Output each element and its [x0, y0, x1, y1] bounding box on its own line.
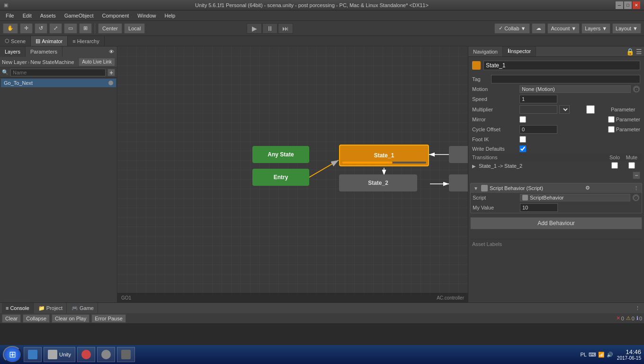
mirror-checkbox[interactable] — [519, 116, 526, 123]
menu-edit[interactable]: Edit — [19, 12, 36, 19]
start-button[interactable]: ⊞ — [3, 346, 22, 363]
console-overflow-btn[interactable]: ⋮ — [633, 305, 642, 311]
remove-transition-button[interactable]: − — [633, 172, 640, 179]
tab-inspector[interactable]: ℹ Inspector — [503, 46, 536, 56]
add-behaviour-button[interactable]: Add Behaviour — [470, 217, 642, 229]
taskbar-item-explorer[interactable] — [24, 347, 42, 362]
tab-project[interactable]: 📁 Project — [35, 303, 67, 313]
animator-panel: Layers Parameters 👁 New Layer › New Stat… — [0, 46, 117, 302]
script-behavior-header: ▼ Script Behavior (Script) ⚙ ⋮ — [471, 183, 642, 193]
my-value-input[interactable] — [520, 203, 558, 212]
play-button[interactable]: ▶ — [247, 23, 262, 34]
clear-button[interactable]: Clear — [2, 314, 21, 323]
cycle-parameter-checkbox[interactable] — [608, 126, 615, 133]
speed-parameter-checkbox-group: Parameter — [572, 105, 635, 114]
animator-search-input[interactable] — [10, 69, 106, 76]
animator-layers-tab[interactable]: Layers — [0, 46, 26, 57]
local-label: Local — [128, 26, 141, 31]
game-tab-label: Game — [80, 305, 94, 311]
maximize-button[interactable]: □ — [624, 1, 632, 9]
transition-mute — [623, 162, 640, 170]
settings-icon[interactable]: ⚙ — [585, 185, 592, 191]
error-icon: ✕ — [616, 315, 620, 321]
error-pause-button[interactable]: Error Pause — [91, 314, 126, 323]
transition-mute-checkbox[interactable] — [628, 162, 635, 169]
step-button[interactable]: ⏭ — [278, 23, 293, 34]
tab-animator[interactable]: ▤ Animator — [31, 36, 68, 46]
taskbar-item-other[interactable] — [117, 347, 135, 362]
inspector-state-header — [470, 59, 642, 72]
taskbar-item-unity[interactable]: Unity — [44, 347, 75, 362]
hand-tool-button[interactable]: ✋ — [3, 23, 18, 34]
cycle-offset-input[interactable] — [519, 125, 557, 134]
cloud-button[interactable]: ☁ — [532, 23, 546, 34]
layout-button[interactable]: Layout ▼ — [612, 23, 641, 34]
overflow-icon[interactable]: ⋮ — [634, 185, 639, 191]
state-node-state2[interactable]: State_2 — [339, 174, 417, 191]
rotate-tool-button[interactable]: ↺ — [35, 23, 47, 34]
tab-game[interactable]: 🎮 Game — [68, 303, 98, 313]
hierarchy-icon: ≡ — [72, 38, 75, 44]
state-machine-canvas[interactable]: Any State Entry State_1 State_2 State_3 — [117, 46, 468, 302]
animator-parameters-tab[interactable]: Parameters — [26, 46, 63, 57]
layers-button[interactable]: Layers ▼ — [581, 23, 610, 34]
menu-assets[interactable]: Assets — [36, 12, 60, 19]
scene-tab-label: Scene — [11, 38, 26, 44]
taskbar-system-tray: PL ⌨ 📶 🔊 14:46 2017-06-15 — [580, 348, 641, 361]
transition-solo-checkbox[interactable] — [611, 162, 618, 169]
scale-tool-button[interactable]: ⤢ — [49, 23, 62, 34]
motion-select-button[interactable]: ⊙ — [633, 85, 640, 93]
menu-gameobject[interactable]: GameObject — [61, 12, 98, 19]
center-button[interactable]: Center — [98, 23, 122, 34]
pause-button[interactable]: ⏸ — [262, 23, 277, 34]
taskbar-item-unity2[interactable] — [97, 347, 115, 362]
transition-row-1[interactable]: ▶ State_1 -> State_2 — [470, 161, 642, 171]
foot-ik-checkbox[interactable] — [519, 136, 526, 143]
speed-parameter-checkbox[interactable] — [572, 105, 609, 114]
list-item-go-to-next[interactable]: Go_To_Next — [1, 79, 116, 87]
local-button[interactable]: Local — [124, 23, 145, 34]
tag-input[interactable] — [491, 75, 640, 83]
menu-window[interactable]: Window — [134, 12, 160, 19]
clear-on-play-button[interactable]: Clear on Play — [52, 314, 89, 323]
console-counts: ✕ 0 ⚠ 0 ℹ 0 — [616, 315, 642, 321]
inspector-menu-icon[interactable]: ☰ — [636, 48, 642, 55]
script-select-button[interactable]: ⊙ — [632, 194, 640, 201]
animator-subtabs: Layers Parameters 👁 — [0, 46, 117, 57]
taskbar-item-chrome[interactable] — [77, 347, 95, 362]
account-button[interactable]: Account ▼ — [547, 23, 580, 34]
menu-file[interactable]: File — [2, 12, 18, 19]
multiplier-select[interactable] — [559, 105, 570, 114]
move-tool-button[interactable]: ✛ — [20, 23, 33, 34]
state-node-entry[interactable]: Entry — [252, 169, 309, 186]
state-node-state1[interactable]: State_1 — [339, 145, 429, 166]
tab-hierarchy[interactable]: ≡ Hierarchy — [68, 36, 105, 46]
transform-tool-button[interactable]: ⊞ — [79, 23, 92, 34]
titlebar: ▣ Unity 5.6.1f1 Personal (64bit) - scena… — [0, 0, 644, 10]
motion-value: None (Motion) ⊙ — [519, 85, 640, 93]
state-node-state3[interactable]: State_3 — [449, 174, 468, 191]
mirror-parameter-checkbox[interactable] — [608, 116, 615, 123]
collapse-button[interactable]: Collapse — [23, 314, 50, 323]
menu-component[interactable]: Component — [98, 12, 133, 19]
tab-console[interactable]: ≡ Console — [2, 303, 34, 313]
auto-live-button[interactable]: Auto Live Link — [79, 58, 115, 66]
state-node-anystate[interactable]: Any State — [252, 146, 309, 163]
multiplier-input[interactable] — [519, 105, 557, 114]
minimize-button[interactable]: ─ — [616, 1, 623, 9]
state-name-input[interactable] — [483, 61, 640, 70]
close-button[interactable]: ✕ — [633, 1, 640, 9]
state-progress-fill — [342, 162, 393, 164]
menu-help[interactable]: Help — [161, 12, 179, 19]
collab-button[interactable]: ✓ Collab ▼ — [494, 23, 530, 34]
rect-tool-button[interactable]: ▭ — [64, 23, 77, 34]
lang-indicator: PL — [580, 352, 586, 357]
tab-scene[interactable]: ⬡ Scene — [0, 36, 31, 46]
write-defaults-checkbox[interactable] — [519, 146, 526, 152]
tab-navigation[interactable]: Navigation — [468, 46, 503, 56]
lock-icon[interactable]: 🔒 — [626, 48, 634, 55]
add-parameter-button[interactable]: + — [107, 69, 115, 76]
speed-input[interactable] — [519, 95, 557, 103]
eye-button[interactable]: 👁 — [106, 46, 117, 57]
state-node-state4[interactable]: State_4 — [449, 146, 468, 163]
